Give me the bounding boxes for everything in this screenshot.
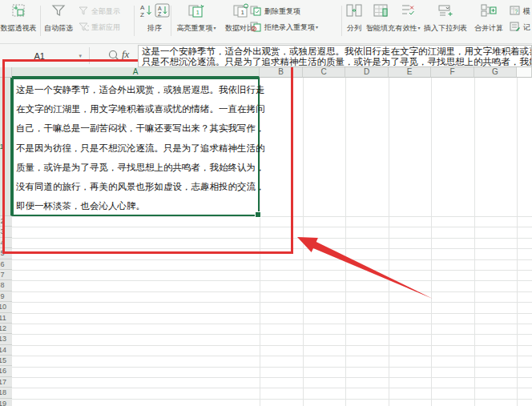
show-all-button[interactable]: 全部显示	[78, 5, 134, 18]
sort-az-icon: AZ	[139, 2, 153, 22]
funnel-reapply-icon	[78, 21, 89, 34]
data-compare-icon: 1	[232, 2, 250, 22]
text-to-columns-icon	[345, 2, 363, 22]
column-header-b[interactable]: B	[260, 67, 303, 78]
record-form-button[interactable]: 记	[510, 21, 532, 34]
smart-fill-icon	[373, 2, 389, 22]
cell-text-line: 自己，干嘛总是一副苦闷状，干嘛还要写出来？其实我写作，	[16, 119, 258, 138]
row-header-2[interactable]: 2	[0, 216, 12, 227]
column-header-a[interactable]: A	[12, 67, 260, 78]
svg-text:A: A	[140, 4, 145, 11]
reject-duplicates-icon	[250, 21, 262, 34]
insert-dropdown-list-label: 插入下拉列表	[422, 24, 469, 32]
ribbon-separator	[134, 6, 135, 36]
column-header-partial[interactable]	[517, 67, 532, 78]
column-header-f[interactable]: F	[431, 67, 474, 78]
remove-duplicates-icon	[250, 5, 262, 18]
autofilter-label: 自动筛选	[42, 24, 75, 32]
validation-label: 有效性	[395, 24, 417, 32]
row-header-7[interactable]: 7	[0, 270, 12, 280]
active-cell-reference: A1	[0, 51, 79, 61]
highlight-duplicates-icon: 1	[187, 2, 205, 22]
highlight-duplicates-button[interactable]: 1 高亮重复项▾	[171, 0, 221, 43]
formula-bar-divider	[89, 47, 90, 64]
funnel-icon	[50, 2, 66, 22]
reject-duplicates-button[interactable]: 拒绝录入重复项▾	[250, 21, 343, 34]
row-header-3[interactable]: 3	[0, 227, 12, 237]
row-header-6[interactable]: 6	[0, 259, 12, 270]
row-header-1[interactable]: 1	[0, 78, 12, 216]
cell-text-line: 在文字的江湖里，用文字堆积着或喜或忧的情绪。一直在拷问	[16, 99, 258, 119]
fill-handle[interactable]	[255, 211, 261, 218]
row-header-13[interactable]: 13	[0, 334, 12, 344]
formula-text-line: 只是不想沉沦逐流。只是为了追求精神生活的质量，或许是为了寻觅，寻找思想上的共鸣者…	[142, 57, 531, 67]
insert-dropdown-list-button[interactable]: 插入下拉列表	[422, 0, 469, 43]
magnifier-icon[interactable]	[107, 49, 120, 65]
gridlines	[12, 216, 532, 406]
funnel-show-all-icon	[78, 5, 89, 18]
cell-text-line: 质量，或许是为了寻觅，寻找思想上的共鸣者，我始终认为，	[16, 158, 258, 177]
row-header-14[interactable]: 14	[0, 345, 12, 356]
smart-fill-button[interactable]: 智能填充	[364, 0, 397, 43]
consolidate-button[interactable]: 合并计算	[470, 0, 508, 43]
row-header-17[interactable]: 17	[0, 377, 12, 388]
column-header-c[interactable]: C	[303, 67, 345, 78]
selected-cell-a1[interactable]: 这是一个安静季节，适合外出观赏，或独居遐思。我依旧行走 在文字的江湖里，用文字堆…	[12, 78, 260, 216]
row-header-4[interactable]: 4	[0, 238, 12, 248]
chevron-down-icon: ▾	[213, 26, 216, 30]
pivot-table-icon	[10, 2, 26, 22]
pivot-table-button[interactable]: 数据透视表	[0, 0, 39, 43]
row-header-11[interactable]: 11	[0, 313, 12, 324]
column-header-g[interactable]: G	[474, 67, 517, 78]
cell-text-line: 这是一个安静季节，适合外出观赏，或独居遐思。我依旧行走	[16, 80, 258, 99]
column-header-d[interactable]: D	[345, 67, 389, 78]
sort-label: 排序	[138, 24, 171, 32]
cell-text-line: 即便一杯淡茶，也会沁人心脾。	[16, 196, 258, 215]
pivot-table-label: 数据透视表	[0, 24, 39, 32]
column-header-e[interactable]: E	[389, 67, 431, 78]
text-to-columns-button[interactable]: 分列	[343, 0, 365, 43]
record-form-icon	[510, 22, 521, 34]
filter-extra-group: 全部显示 重新应用	[78, 0, 134, 43]
select-all-corner[interactable]	[0, 67, 12, 78]
what-if-table-button[interactable]: ? 模	[510, 5, 532, 18]
svg-text:1: 1	[241, 9, 245, 16]
remove-duplicates-button[interactable]: 删除重复项	[250, 5, 343, 18]
ribbon-toolbar: 数据透视表 自动筛选 全部显示 重新应用	[0, 0, 532, 44]
row-header-12[interactable]: 12	[0, 324, 12, 334]
ribbon-separator	[40, 6, 41, 36]
validation-button[interactable]: 有效性▾	[393, 0, 422, 43]
autofilter-button[interactable]: 自动筛选	[42, 0, 75, 43]
row-header-9[interactable]: 9	[0, 291, 12, 302]
table-question-icon: ?	[510, 6, 521, 18]
name-box-caret-icon[interactable]: ▾	[79, 53, 82, 59]
row-headers: 1 2 3 4 5 6 7 8 9 10 11 12 13 14 15 16 1…	[0, 78, 12, 406]
row-header-8[interactable]: 8	[0, 280, 12, 291]
reapply-button[interactable]: 重新应用	[78, 21, 134, 34]
sort-button[interactable]: AZ AZ 排序	[138, 0, 171, 43]
spreadsheet-window: 数据透视表 自动筛选 全部显示 重新应用	[0, 0, 532, 406]
svg-text:1: 1	[196, 9, 200, 16]
row-header-15[interactable]: 15	[0, 356, 12, 366]
svg-text:Z: Z	[140, 11, 144, 18]
row-header-16[interactable]: 16	[0, 366, 12, 376]
row-header-5[interactable]: 5	[0, 248, 12, 259]
row-header-18[interactable]: 18	[0, 388, 12, 398]
cell-text-line: 没有同道的旅行，再美的风景也形如虚设，志趣相投的交流，	[16, 177, 258, 196]
chevron-down-icon: ▾	[417, 26, 420, 30]
row-header-19[interactable]: 19	[0, 399, 12, 406]
sort-za-box-icon: AZ	[155, 2, 171, 22]
formula-input[interactable]: 这是一个安静季节，适合外出观赏，或独居遐思。我依旧行走在文字的江湖里，用文字堆积…	[138, 45, 532, 67]
fx-icon[interactable]: fx	[122, 48, 129, 61]
highlight-duplicates-label: 高亮重复项	[176, 24, 212, 32]
record-form-label: 记	[523, 23, 530, 31]
validation-icon	[400, 2, 416, 22]
row-header-10[interactable]: 10	[0, 302, 12, 312]
remove-duplicates-label: 删除重复项	[264, 7, 300, 15]
insert-dropdown-list-icon	[437, 2, 453, 22]
svg-text:?: ?	[515, 9, 518, 14]
cell-text-line: 不是因为彷徨，只是不想沉沦逐流。只是为了追求精神生活的	[16, 139, 258, 158]
smart-fill-label: 智能填充	[364, 24, 397, 32]
name-box[interactable]: A1 ▾	[0, 44, 88, 67]
what-if-group: ? 模 记	[510, 0, 532, 43]
